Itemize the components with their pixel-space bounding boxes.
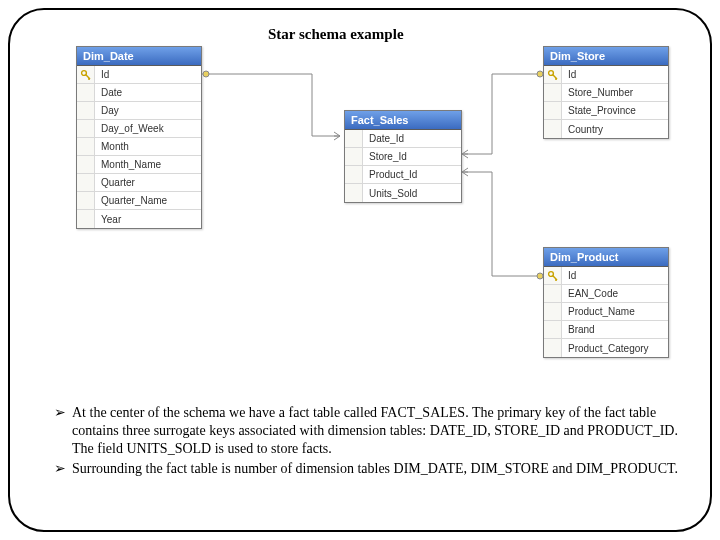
svg-point-9: [203, 71, 209, 77]
table-header: Dim_Product: [544, 248, 668, 267]
table-row: Month: [77, 138, 201, 156]
table-dim-store: Dim_Store Id Store_Number State_Province…: [543, 46, 669, 139]
page-title: Star schema example: [268, 26, 404, 43]
field-name: Quarter: [95, 177, 201, 188]
field-name: Date: [95, 87, 201, 98]
table-header: Fact_Sales: [345, 111, 461, 130]
field-name: Id: [95, 69, 201, 80]
table-row: Day: [77, 102, 201, 120]
field-name: Product_Name: [562, 306, 668, 317]
table-row: Product_Name: [544, 303, 668, 321]
table-row: EAN_Code: [544, 285, 668, 303]
field-name: EAN_Code: [562, 288, 668, 299]
table-row: Id: [77, 66, 201, 84]
table-row: Quarter: [77, 174, 201, 192]
table-dim-date: Dim_Date Id Date Day Day_of_Week Month M…: [76, 46, 202, 229]
table-row: Year: [77, 210, 201, 228]
table-row: Brand: [544, 321, 668, 339]
field-name: Quarter_Name: [95, 195, 201, 206]
table-row: Store_Number: [544, 84, 668, 102]
bullet-arrow-icon: ➢: [54, 404, 72, 458]
key-icon: [547, 270, 559, 282]
field-name: Id: [562, 69, 668, 80]
field-name: Brand: [562, 324, 668, 335]
field-name: Units_Sold: [363, 188, 461, 199]
table-row: Units_Sold: [345, 184, 461, 202]
table-row: Day_of_Week: [77, 120, 201, 138]
field-name: Product_Category: [562, 343, 668, 354]
table-header: Dim_Store: [544, 47, 668, 66]
slide-frame: Star schema example Dim_Date Id Date Day…: [8, 8, 712, 532]
table-row: Country: [544, 120, 668, 138]
bullet-arrow-icon: ➢: [54, 460, 72, 478]
table-row: Store_Id: [345, 148, 461, 166]
field-name: Month_Name: [95, 159, 201, 170]
table-row: State_Province: [544, 102, 668, 120]
field-name: Country: [562, 124, 668, 135]
field-name: Product_Id: [363, 169, 461, 180]
bullet-list: ➢ At the center of the schema we have a …: [54, 404, 686, 480]
table-row: Product_Category: [544, 339, 668, 357]
table-row: Date: [77, 84, 201, 102]
bullet-item: ➢ At the center of the schema we have a …: [54, 404, 686, 458]
table-row: Quarter_Name: [77, 192, 201, 210]
bullet-text: Surrounding the fact table is number of …: [72, 460, 678, 478]
table-fact-sales: Fact_Sales Date_Id Store_Id Product_Id U…: [344, 110, 462, 203]
field-name: Day_of_Week: [95, 123, 201, 134]
bullet-item: ➢ Surrounding the fact table is number o…: [54, 460, 686, 478]
table-dim-product: Dim_Product Id EAN_Code Product_Name Bra…: [543, 247, 669, 358]
field-name: Day: [95, 105, 201, 116]
field-name: State_Province: [562, 105, 668, 116]
table-row: Id: [544, 66, 668, 84]
key-icon: [547, 69, 559, 81]
table-row: Date_Id: [345, 130, 461, 148]
connector-store-to-fact: [462, 66, 544, 162]
field-name: Store_Number: [562, 87, 668, 98]
field-name: Month: [95, 141, 201, 152]
field-name: Id: [562, 270, 668, 281]
field-name: Store_Id: [363, 151, 461, 162]
bullet-text: At the center of the schema we have a fa…: [72, 404, 686, 458]
table-row: Product_Id: [345, 166, 461, 184]
key-icon: [80, 69, 92, 81]
table-row: Month_Name: [77, 156, 201, 174]
connector-date-to-fact: [202, 66, 344, 146]
table-header: Dim_Date: [77, 47, 201, 66]
table-row: Id: [544, 267, 668, 285]
connector-product-to-fact: [462, 166, 544, 282]
field-name: Date_Id: [363, 133, 461, 144]
field-name: Year: [95, 214, 201, 225]
